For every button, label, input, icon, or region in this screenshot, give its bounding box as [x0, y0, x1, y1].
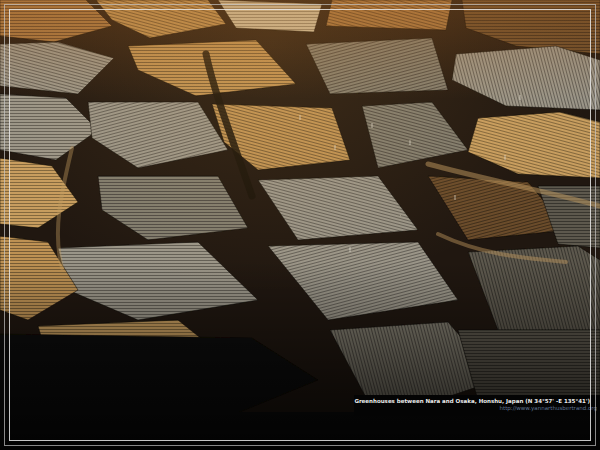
caption-title: Greenhouses between Nara and Osaka, Hons…: [354, 395, 600, 404]
caption-url: http://www.yannarthusbertrand.org: [354, 404, 600, 411]
caption-bar: Greenhouses between Nara and Osaka, Hons…: [354, 395, 600, 416]
wallpaper: Greenhouses between Nara and Osaka, Hons…: [0, 0, 600, 450]
photo-light-overlay: [0, 0, 600, 450]
aerial-photo-greenhouses: [0, 0, 600, 450]
